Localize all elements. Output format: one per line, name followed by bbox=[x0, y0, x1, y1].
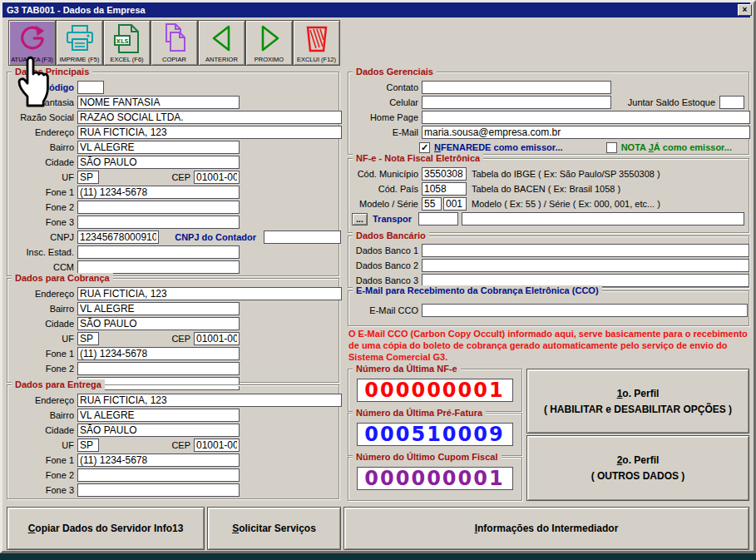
modelo-field[interactable] bbox=[422, 197, 442, 211]
nfe-groupbox: NF-e - Nota Fiscal Eletrônica Cód. Munic… bbox=[348, 158, 749, 233]
entrega-endereco-row: Endereço bbox=[11, 394, 334, 407]
fantasia-row: Fantasia bbox=[11, 96, 334, 109]
numero-cupom-groupbox: Número do Último Cupom Fiscal 000000001 bbox=[348, 457, 522, 501]
perfil2-button[interactable]: 2o. Perfil ( OUTROS DADOS ) bbox=[526, 435, 749, 501]
numero-prefatura-value[interactable]: 000510009 bbox=[357, 423, 513, 446]
nfenarede-checkbox[interactable]: ✓ bbox=[419, 142, 430, 153]
cep-field[interactable] bbox=[194, 171, 240, 184]
entrega-uf-field[interactable] bbox=[77, 439, 99, 452]
banco1-row: Dados Banco 1 bbox=[352, 244, 744, 257]
bairro-field[interactable] bbox=[77, 141, 240, 154]
cod-municipio-field[interactable] bbox=[422, 167, 467, 181]
transpor-name-field[interactable] bbox=[462, 212, 744, 225]
excel-button[interactable]: XLS EXCEL (F6) bbox=[103, 20, 151, 66]
entrega-fone3-field[interactable] bbox=[77, 483, 240, 497]
cobranca-fone1-field[interactable] bbox=[77, 347, 240, 360]
notaja-checkbox[interactable] bbox=[606, 142, 617, 153]
fone2-field[interactable] bbox=[77, 201, 240, 214]
copiar-servidor-button[interactable]: Copiar Dados do Servidor Info13 bbox=[7, 507, 205, 550]
insc-estad-field[interactable] bbox=[77, 245, 240, 259]
fone1-field[interactable] bbox=[77, 186, 240, 199]
entrega-bairro-field[interactable] bbox=[77, 409, 240, 422]
cobranca-fone2-field[interactable] bbox=[77, 362, 240, 375]
fone3-field[interactable] bbox=[77, 216, 240, 229]
cidade-field[interactable] bbox=[77, 156, 240, 169]
cep-label: CEP bbox=[99, 172, 190, 182]
proximo-button[interactable]: PROXIMO bbox=[245, 20, 293, 66]
endereco-field[interactable] bbox=[77, 126, 342, 139]
dados-cobranca-groupbox: Dados para Cobrança Endereço Bairro Cida… bbox=[7, 278, 339, 383]
codigo-field[interactable] bbox=[77, 81, 104, 94]
atualiza-button[interactable]: ATUALIZA (F3) bbox=[8, 20, 56, 66]
cobranca-endereco-field[interactable] bbox=[77, 287, 342, 300]
excel-label: EXCEL (F6) bbox=[110, 56, 143, 63]
dados-principais-title: Dados Principais bbox=[12, 67, 92, 77]
fantasia-field[interactable] bbox=[77, 96, 240, 109]
entrega-cidade-field[interactable] bbox=[77, 424, 240, 437]
copiar-button[interactable]: COPIAR bbox=[151, 20, 198, 66]
anterior-button[interactable]: ANTERIOR bbox=[198, 20, 245, 66]
homepage-row: Home Page bbox=[352, 111, 744, 124]
serie-field[interactable] bbox=[443, 197, 467, 211]
cod-municipio-hint: Tabela do IBGE ( Ex: São Paulo/SP 355030… bbox=[472, 169, 660, 179]
solicitar-servicos-label: Solicitar Serviços bbox=[232, 523, 316, 534]
entrega-fone2-field[interactable] bbox=[77, 468, 240, 482]
banco1-field[interactable] bbox=[422, 244, 749, 257]
ccm-field[interactable] bbox=[77, 260, 240, 274]
cobranca-uf-field[interactable] bbox=[77, 332, 99, 345]
celular-field[interactable] bbox=[422, 96, 611, 109]
cod-pais-field[interactable] bbox=[422, 182, 467, 196]
imprime-button[interactable]: IMPRIME (F5) bbox=[56, 20, 103, 66]
imprime-label: IMPRIME (F5) bbox=[60, 56, 100, 63]
informacoes-intermediador-button[interactable]: Informações do Intermediador bbox=[343, 507, 749, 550]
numero-cupom-value[interactable]: 000000001 bbox=[357, 467, 513, 490]
atualiza-label: ATUALIZA (F3) bbox=[11, 56, 53, 63]
entrega-endereco-field[interactable] bbox=[77, 394, 342, 407]
juntar-saldo-estoque-label: Juntar Saldo Estoque bbox=[628, 97, 715, 107]
anterior-label: ANTERIOR bbox=[205, 56, 238, 63]
close-button[interactable]: × bbox=[738, 4, 752, 16]
entrega-fone1-field[interactable] bbox=[77, 453, 240, 467]
juntar-saldo-estoque-field[interactable] bbox=[719, 96, 744, 109]
solicitar-servicos-button[interactable]: Solicitar Serviços bbox=[207, 507, 341, 550]
razao-social-field[interactable] bbox=[77, 111, 342, 124]
cod-pais-label: Cód. País bbox=[352, 184, 418, 194]
perfil1-button[interactable]: 1o. Perfil ( HABILITAR e DESABILITAR OPÇ… bbox=[526, 369, 749, 434]
cnpj-contador-field[interactable] bbox=[264, 230, 341, 244]
numero-prefatura-title: Número da Última Pré-Fatura bbox=[353, 408, 486, 419]
entrega-cidade-row: Cidade bbox=[11, 424, 334, 437]
banco1-label: Dados Banco 1 bbox=[352, 245, 418, 255]
entrega-cep-field[interactable] bbox=[194, 439, 240, 452]
email-cco-field[interactable] bbox=[422, 304, 748, 317]
cobranca-endereco-label: Endereço bbox=[11, 289, 74, 299]
cobranca-bairro-field[interactable] bbox=[77, 302, 240, 315]
notaja-label: NOTA JÁ como emissor... bbox=[621, 142, 732, 152]
banco2-label: Dados Banco 2 bbox=[352, 260, 418, 270]
transpor-code-field[interactable] bbox=[418, 212, 458, 225]
razao-social-row: Razão Social bbox=[11, 111, 334, 124]
email-cco-row: E-Mail CCO bbox=[352, 304, 744, 317]
cidade-label: Cidade bbox=[11, 157, 74, 167]
uf-label: UF bbox=[11, 172, 74, 182]
codigo-label: Código bbox=[11, 82, 74, 92]
contato-label: Contato bbox=[352, 82, 418, 92]
cobranca-uf-cep-row: UF CEP bbox=[11, 332, 334, 345]
codigo-row: Código bbox=[11, 81, 334, 94]
transpor-browse-button[interactable]: ... bbox=[352, 213, 368, 225]
cobranca-cidade-field[interactable] bbox=[77, 317, 240, 330]
numero-nfe-value[interactable]: 000000001 bbox=[357, 379, 513, 402]
cidade-row: Cidade bbox=[11, 156, 334, 169]
entrega-fone2-label: Fone 2 bbox=[11, 470, 74, 480]
endereco-row: Endereço bbox=[11, 126, 334, 139]
email-field[interactable] bbox=[422, 126, 750, 139]
cco-title: E-Mail para Recebimento da Cobrança Elet… bbox=[353, 285, 602, 296]
cobranca-cep-field[interactable] bbox=[194, 332, 240, 345]
copiar-label: COPIAR bbox=[162, 56, 186, 63]
exclui-button[interactable]: EXCLUI (F12) bbox=[293, 20, 340, 66]
entrega-cep-label: CEP bbox=[99, 440, 190, 450]
banco2-field[interactable] bbox=[422, 259, 749, 272]
uf-field[interactable] bbox=[77, 171, 99, 184]
cnpj-field[interactable] bbox=[77, 230, 159, 244]
contato-field[interactable] bbox=[422, 81, 611, 94]
homepage-field[interactable] bbox=[422, 111, 750, 124]
